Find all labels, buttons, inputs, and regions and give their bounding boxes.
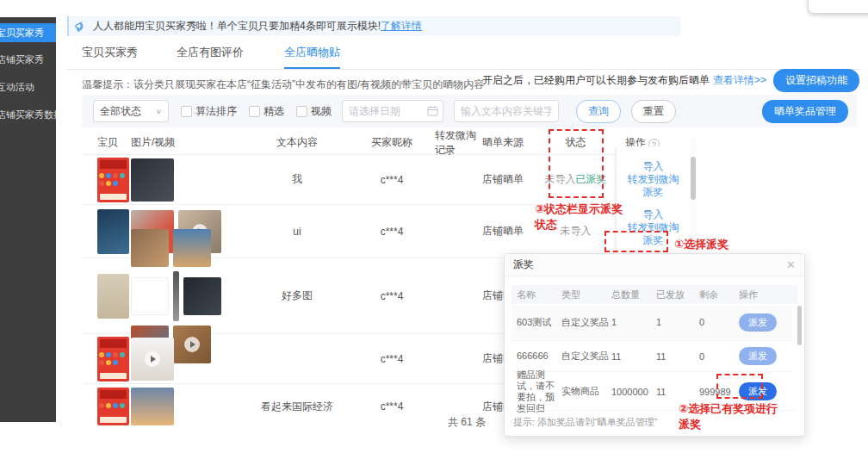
status-select-value: 全部状态	[100, 104, 141, 119]
media-thumbnail[interactable]	[131, 229, 169, 267]
prize-total: 1	[611, 317, 656, 327]
media-thumbnail[interactable]	[183, 277, 221, 315]
view-details-link[interactable]: 查看详情>>	[713, 73, 766, 88]
sidebar-item-interactive-activity[interactable]: 互动活动	[0, 77, 56, 97]
announcement-link[interactable]: 了解详情	[381, 19, 422, 34]
prize-issued: 11	[656, 387, 699, 397]
dispatch-prize-link[interactable]: 派奖	[617, 186, 690, 199]
media-thumbnail[interactable]	[173, 271, 179, 321]
tab-product-buyer-show[interactable]: 宝贝买家秀	[82, 43, 138, 69]
reset-button[interactable]: 重置	[631, 100, 676, 123]
video-thumbnail[interactable]	[131, 338, 174, 381]
prize-name: 666666	[512, 350, 561, 362]
checkbox-featured[interactable]: 精选	[249, 104, 284, 119]
annotation-step2: ②选择已有奖项进行派奖	[679, 401, 859, 432]
setup-solicit-button[interactable]: 设置招稿功能	[773, 69, 859, 92]
media-thumbnail[interactable]	[131, 158, 174, 202]
video-thumbnail[interactable]	[173, 326, 211, 363]
dispatch-button[interactable]: 派发	[739, 313, 777, 332]
announcement-text: 人人都能用宝贝买家秀啦！单个宝贝只要加精4条即可展示模块!	[93, 19, 381, 34]
modal-title: 派奖	[513, 257, 534, 272]
modal-header-remaining: 剩余	[699, 288, 739, 301]
tab-bar: 宝贝买家秀 全店有图评价 全店晒物贴	[67, 43, 861, 70]
header-product: 宝贝	[82, 135, 131, 150]
checkbox-icon	[181, 106, 192, 117]
chevron-down-icon: ∨	[156, 108, 162, 115]
filter-bar: 全部状态 ∨ 算法排序 精选 视频 查询 重置 晒单奖品管理	[82, 95, 857, 127]
modal-header-action: 操作	[739, 288, 785, 301]
tab-shop-photo-reviews[interactable]: 全店有图评价	[177, 43, 244, 69]
tab-shop-sharing-posts[interactable]: 全店晒物贴	[284, 43, 340, 69]
prize-row: 666666 自定义奖品 11 11 0 派发	[512, 340, 792, 371]
checkbox-icon	[296, 106, 307, 117]
prize-total: 11	[611, 351, 656, 362]
prize-row: 603测试 自定义奖品 1 1 0 派发	[512, 306, 792, 338]
pagination-total: 共 61 条	[448, 415, 486, 430]
status-select[interactable]: 全部状态 ∨	[93, 100, 169, 122]
modal-header-name: 名称	[512, 288, 561, 301]
header-forward-record: 转发微淘记录	[435, 128, 482, 158]
checkbox-label: 算法排序	[195, 104, 237, 119]
search-button[interactable]: 查询	[576, 100, 621, 123]
annotation-step1: ①选择派奖	[674, 237, 728, 252]
prize-type: 实物商品	[561, 385, 611, 398]
sidebar-item-shop-buyer-show[interactable]: 店铺买家秀	[0, 49, 56, 70]
media-thumbnail[interactable]	[131, 388, 174, 425]
calendar-icon	[427, 105, 438, 116]
post-text: 看起来国际经济	[245, 400, 349, 414]
product-thumbnail[interactable]	[97, 209, 129, 254]
megaphone-icon	[75, 22, 87, 32]
header-nickname: 买家昵称	[349, 135, 435, 150]
prize-issued: 11	[656, 351, 699, 362]
checkbox-label: 精选	[264, 104, 284, 119]
prize-issued: 1	[656, 317, 699, 327]
keyword-input[interactable]	[454, 100, 559, 122]
checkbox-algorithm-sort[interactable]: 算法排序	[181, 104, 237, 119]
modal-header-type: 类型	[561, 288, 611, 301]
annotation-box-status-column	[549, 129, 604, 198]
product-thumbnail[interactable]	[97, 388, 129, 425]
annotation-step2-line2: 派奖	[679, 418, 701, 431]
close-icon[interactable]: ✕	[786, 258, 796, 271]
prize-name: 603测试	[512, 317, 561, 328]
product-thumbnail[interactable]	[97, 158, 129, 202]
sidebar: 宝贝买家秀 店铺买家秀 互动活动 店铺买家秀数据	[0, 17, 56, 422]
checkbox-video[interactable]: 视频	[296, 104, 332, 119]
prize-manage-button[interactable]: 晒单奖品管理	[762, 100, 848, 123]
post-text: 好多图	[245, 288, 349, 303]
modal-header-total: 总数量	[611, 288, 656, 301]
page: 宝贝买家秀 店铺买家秀 互动活动 店铺买家秀数据 人人都能用宝贝买家秀啦！单个宝…	[0, 0, 868, 459]
prize-name: 赠品测试，请不要拍，预发回归	[512, 369, 561, 414]
modal-scrollbar-thumb[interactable]	[797, 306, 802, 345]
header-text: 文本内容	[245, 135, 349, 150]
header-source: 晒单来源	[482, 135, 538, 150]
notice-text: 温馨提示：该分类只展现买家在本店“征集活动”中发布的有图/有视频的带宝贝的晒物内…	[82, 78, 484, 92]
product-thumbnail[interactable]	[97, 274, 129, 319]
window-corner-overlay	[808, 0, 868, 14]
sidebar-item-product-buyer-show[interactable]: 宝贝买家秀	[0, 23, 56, 42]
scrollbar-thumb[interactable]	[691, 157, 696, 200]
prize-type: 自定义奖品	[561, 316, 611, 329]
forward-weitao-link[interactable]: 转发到微淘	[617, 173, 690, 186]
media-thumbnail[interactable]	[131, 277, 169, 315]
import-link[interactable]: 导入	[617, 208, 690, 221]
product-thumbnail[interactable]	[97, 337, 129, 381]
prize-type: 自定义奖品	[561, 350, 611, 363]
annotation-step2-line1: ②选择已有奖项进行	[679, 402, 778, 415]
prize-remaining: 0	[699, 317, 739, 327]
play-icon	[184, 337, 200, 352]
notice-right: 开启之后，已经购用户可以长期参与发布购后晒单 查看详情>> 设置招稿功能	[482, 69, 859, 92]
modal-table-header: 名称 类型 总数量 已发放 剩余 操作	[512, 285, 797, 304]
buyer-nickname: c***4	[349, 290, 435, 302]
media-thumbnail[interactable]	[173, 229, 211, 267]
import-link[interactable]: 导入	[617, 160, 690, 173]
modal-header-issued: 已发放	[656, 288, 699, 301]
post-text: 我	[245, 172, 349, 187]
dispatch-button[interactable]: 派发	[739, 347, 777, 365]
post-source: 店铺晒单	[482, 224, 538, 239]
post-text: ui	[245, 226, 349, 238]
checkbox-label: 视频	[311, 104, 332, 119]
annotation-step3: ③状态栏显示派奖状态	[535, 202, 624, 233]
sidebar-item-buyer-show-data[interactable]: 店铺买家秀数据	[0, 104, 56, 125]
announcement-bar: 人人都能用宝贝买家秀啦！单个宝贝只要加精4条即可展示模块! 了解详情	[67, 16, 680, 36]
